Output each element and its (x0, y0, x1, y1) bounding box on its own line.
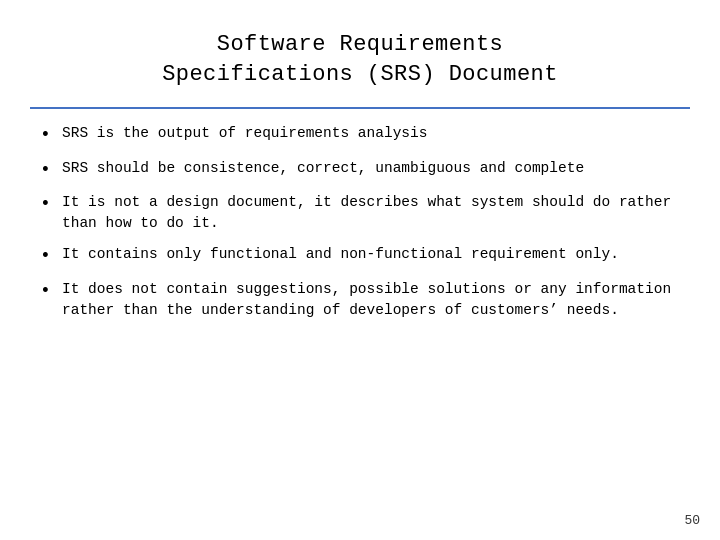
bullet-dot: • (40, 279, 62, 303)
bullet-dot: • (40, 244, 62, 268)
list-item: • SRS is the output of requirements anal… (40, 123, 680, 147)
bullet-text: It does not contain suggestions, possibl… (62, 279, 680, 321)
list-item: • It contains only functional and non-fu… (40, 244, 680, 268)
bullet-text: SRS should be consistence, correct, unam… (62, 158, 680, 179)
bullet-list: • SRS is the output of requirements anal… (40, 123, 680, 320)
title-line1: Software Requirements (217, 32, 504, 57)
bullet-text: It is not a design document, it describe… (62, 192, 680, 234)
bullet-dot: • (40, 158, 62, 182)
bullet-dot: • (40, 192, 62, 216)
list-item: • It is not a design document, it descri… (40, 192, 680, 234)
title-divider (30, 107, 690, 109)
content-area: • SRS is the output of requirements anal… (30, 123, 690, 520)
page-number: 50 (684, 513, 700, 528)
bullet-dot: • (40, 123, 62, 147)
list-item: • SRS should be consistence, correct, un… (40, 158, 680, 182)
title-area: Software Requirements Specifications (SR… (30, 20, 690, 101)
slide-title: Software Requirements Specifications (SR… (50, 30, 670, 89)
title-line2: Specifications (SRS) Document (162, 62, 558, 87)
list-item: • It does not contain suggestions, possi… (40, 279, 680, 321)
bullet-text: SRS is the output of requirements analys… (62, 123, 680, 144)
bullet-text: It contains only functional and non-func… (62, 244, 680, 265)
slide-container: Software Requirements Specifications (SR… (0, 0, 720, 540)
